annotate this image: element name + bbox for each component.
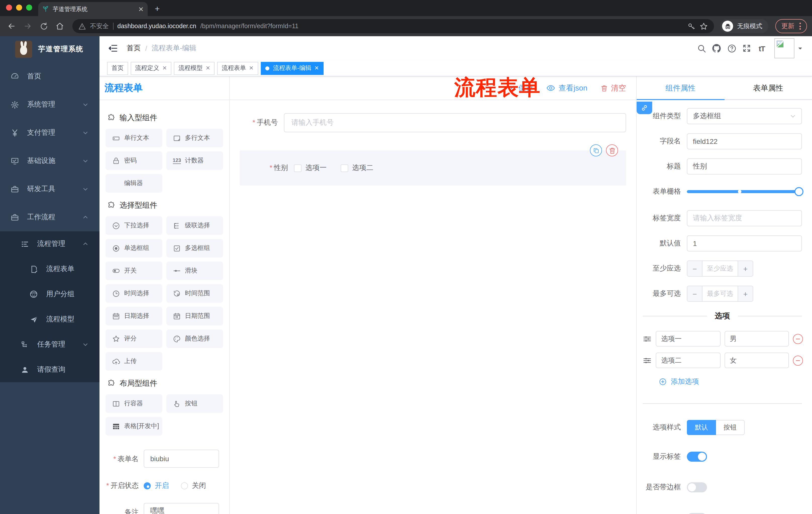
component-评分[interactable]: 评分: [106, 329, 162, 348]
drag-sliders-icon[interactable]: [643, 356, 652, 365]
phone-input[interactable]: 请输入手机号: [284, 113, 626, 132]
component-编辑器[interactable]: 编辑器: [106, 174, 162, 193]
password-key-icon[interactable]: [687, 22, 695, 30]
label-width-input[interactable]: 请输入标签宽度: [687, 210, 802, 226]
back-icon[interactable]: [5, 20, 18, 33]
sidebar-item-首页[interactable]: 首页: [0, 62, 99, 90]
sidebar-item-请假查询[interactable]: 请假查询: [0, 357, 99, 382]
field-link-tab[interactable]: [637, 102, 652, 114]
component-开关[interactable]: 开关: [106, 262, 162, 280]
sidebar-item-支付管理[interactable]: 支付管理: [0, 119, 99, 147]
component-时间范围[interactable]: 时间范围: [166, 284, 223, 303]
toggle-是否禁用[interactable]: [687, 513, 707, 514]
component-上传[interactable]: 上传: [106, 352, 162, 371]
checkbox-选项一[interactable]: 选项一: [294, 163, 327, 172]
sidebar-item-流程管理[interactable]: 流程管理: [0, 231, 99, 256]
tab-组件属性[interactable]: 组件属性: [637, 77, 724, 100]
view-json-button[interactable]: 查看json: [546, 83, 587, 93]
tab-close-icon[interactable]: ✕: [138, 5, 144, 13]
address-bar[interactable]: 不安全 dashboard.yudao.iocoder.cn/bpm/manag…: [72, 19, 714, 33]
plus-button[interactable]: +: [737, 261, 753, 276]
option-label-input[interactable]: 选项一: [656, 331, 720, 347]
component-时间选择[interactable]: 时间选择: [106, 284, 162, 303]
title-input[interactable]: 性别: [687, 158, 802, 174]
zoom-window-button[interactable]: [26, 4, 32, 10]
component-行容器[interactable]: 行容器: [106, 394, 162, 413]
form-name-input[interactable]: biubiu: [144, 450, 219, 468]
minus-button[interactable]: −: [687, 261, 702, 276]
browser-tab[interactable]: 芋道管理系统 ✕: [38, 2, 148, 16]
toggle-显示标签[interactable]: [687, 452, 707, 462]
field-name-input[interactable]: field122: [687, 133, 802, 150]
sidebar-item-系统管理[interactable]: 系统管理: [0, 90, 99, 119]
checkbox-box[interactable]: [341, 164, 348, 172]
component-表格[开发中][interactable]: 表格[开发中]: [106, 417, 162, 436]
component-密码[interactable]: 密码: [106, 152, 162, 170]
slider-handle[interactable]: [794, 187, 804, 196]
chrome-update-button[interactable]: 更新: [775, 19, 807, 33]
tag-close-icon[interactable]: ✕: [314, 65, 319, 72]
sidebar-item-研发工具[interactable]: 研发工具: [0, 175, 99, 203]
component-日期范围[interactable]: 日期范围: [166, 307, 223, 325]
component-单行文本[interactable]: 单行文本: [106, 129, 162, 147]
sidebar-item-基础设施[interactable]: 基础设施: [0, 147, 99, 175]
component-多行文本[interactable]: 多行文本: [166, 129, 223, 147]
breadcrumb-home[interactable]: 首页: [127, 44, 141, 53]
option-label-input[interactable]: 选项二: [656, 353, 720, 368]
sidebar-item-流程表单[interactable]: 流程表单: [0, 256, 99, 282]
style-option-按钮[interactable]: 按钮: [716, 420, 745, 435]
new-tab-button[interactable]: +: [155, 4, 160, 16]
minimize-window-button[interactable]: [16, 4, 22, 10]
search-icon[interactable]: [694, 41, 709, 56]
sidebar-collapse-icon[interactable]: [107, 42, 120, 55]
option-value-input[interactable]: 男: [724, 331, 789, 347]
copy-component-button[interactable]: [590, 144, 602, 156]
minus-button[interactable]: −: [687, 286, 702, 301]
font-size-icon[interactable]: tT: [754, 41, 769, 56]
tag-首页[interactable]: 首页: [107, 62, 128, 75]
tag-close-icon[interactable]: ✕: [205, 65, 210, 72]
clear-button[interactable]: 清空: [601, 83, 626, 93]
github-icon[interactable]: [709, 41, 724, 56]
help-icon[interactable]: [724, 41, 739, 56]
component-下拉选择[interactable]: 下拉选择: [106, 216, 162, 235]
close-window-button[interactable]: [6, 4, 12, 10]
component-计数器[interactable]: 123计数器: [166, 152, 223, 170]
fullscreen-icon[interactable]: [739, 41, 754, 56]
chevron-down-icon[interactable]: [798, 46, 803, 51]
sidebar-item-任务管理[interactable]: 任务管理: [0, 332, 99, 357]
security-label[interactable]: 不安全: [90, 22, 109, 30]
remark-textarea[interactable]: 嘿嘿: [144, 503, 219, 514]
sidebar-item-流程模型[interactable]: 流程模型: [0, 307, 99, 332]
toggle-是否带边框[interactable]: [687, 482, 707, 492]
canvas-field-phone[interactable]: 手机号 请输入手机号: [240, 113, 626, 132]
remove-option-button[interactable]: [793, 355, 803, 366]
canvas-field-gender-selected[interactable]: 性别 选项一选项二: [240, 151, 626, 186]
style-option-默认[interactable]: 默认: [687, 420, 716, 435]
delete-component-button[interactable]: [606, 144, 618, 156]
component-多选框组[interactable]: 多选框组: [166, 239, 223, 258]
tag-流程表单[interactable]: 流程表单✕: [217, 62, 258, 75]
avatar[interactable]: [774, 38, 794, 58]
browser-menu-icon[interactable]: [800, 23, 801, 30]
tag-流程表单-编辑[interactable]: 流程表单-编辑✕: [261, 62, 323, 75]
grid-slider[interactable]: [687, 190, 799, 193]
checkbox-box[interactable]: [294, 164, 301, 172]
home-icon[interactable]: [53, 20, 66, 33]
tag-流程定义[interactable]: 流程定义✕: [130, 62, 171, 75]
bookmark-star-icon[interactable]: [699, 22, 708, 30]
remove-option-button[interactable]: [793, 334, 803, 344]
component-级联选择[interactable]: 级联选择: [166, 216, 223, 235]
plus-button[interactable]: +: [737, 286, 753, 301]
radio-关闭[interactable]: 关闭: [181, 481, 206, 490]
tag-流程模型[interactable]: 流程模型✕: [174, 62, 214, 75]
sidebar-item-工作流程[interactable]: 工作流程: [0, 203, 99, 231]
tab-表单属性[interactable]: 表单属性: [724, 77, 812, 100]
drag-sliders-icon[interactable]: [643, 334, 652, 343]
tag-close-icon[interactable]: ✕: [249, 65, 254, 72]
component-type-select[interactable]: 多选框组: [687, 108, 802, 124]
radio-开启[interactable]: 开启: [144, 481, 169, 490]
option-value-input[interactable]: 女: [724, 353, 789, 368]
forward-icon[interactable]: [21, 20, 34, 33]
component-日期选择[interactable]: 日期选择: [106, 307, 162, 325]
